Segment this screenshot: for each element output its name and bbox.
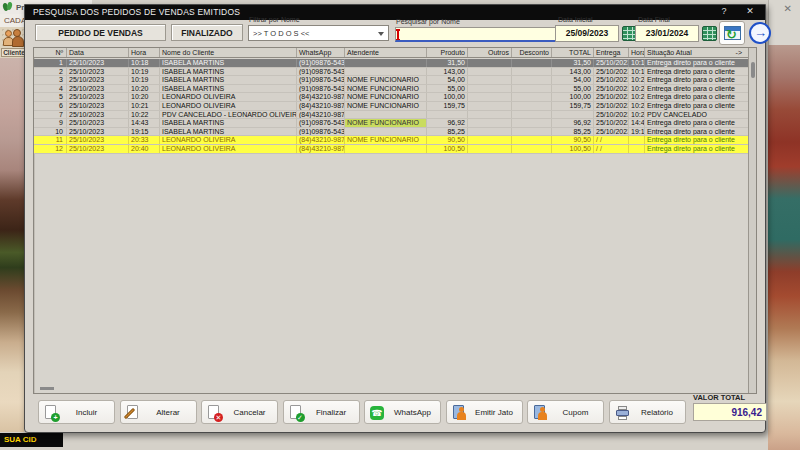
cell-atendente: NOME FUNCIONARIO [345,119,427,127]
filter-label: Filtrar por Nome [249,16,300,23]
document-finalize-icon: ✓ [289,405,304,421]
table-row[interactable]: 1225/10/202320:40LEONARDO OLIVEIRA(84)43… [34,145,749,154]
refresh-button[interactable]: ↻ [719,21,745,45]
column-header[interactable]: Entrega [594,48,629,57]
table-row[interactable]: 125/10/202310:18ISABELA MARTINS(91)09876… [34,59,749,68]
column-header[interactable]: TOTAL [552,48,594,57]
column-header[interactable]: WhatsApp [297,48,345,57]
table-row[interactable]: 525/10/202310:20LEONARDO OLIVEIRA(84)432… [34,93,749,102]
cell-data: 25/10/2023 [67,111,129,119]
table-row[interactable]: 225/10/202310:19ISABELA MARTINS(91)09876… [34,68,749,77]
cell-entrega: 25/10/2023 [594,111,629,119]
cell-whatsapp: (84)43210-9876 [297,111,345,119]
whatsapp-button[interactable]: ☎WhatsApp [364,400,441,424]
filter-name-dropdown[interactable]: >> T O D O S << [248,25,389,41]
search-input[interactable] [395,27,562,42]
cell-n: 10 [34,128,67,136]
cell-n: 6 [34,102,67,110]
cell-entrega: 25/10/2023 [594,85,629,93]
column-header[interactable]: Nº [34,48,67,57]
cell-total: 143,00 [552,68,594,76]
go-button[interactable]: → [749,22,771,44]
cell-cliente: ISABELA MARTINS [160,119,297,127]
parent-close-icon[interactable]: ✕ [784,3,792,14]
incluir-button[interactable]: +Incluir [38,400,115,424]
column-header[interactable]: Outros [468,48,512,57]
cell-whatsapp: (84)43210-9876 [297,102,345,110]
column-header[interactable]: Desconto [512,48,552,57]
cell-ehora: 10:20 [629,93,645,101]
cell-cliente: ISABELA MARTINS [160,68,297,76]
whatsapp-icon: ☎ [370,405,385,421]
grid-header[interactable]: NºDataHoraNome do ClienteWhatsAppAtenden… [34,48,749,58]
calendar-icon[interactable] [702,26,717,41]
cell-produto: 55,00 [427,85,468,93]
valor-total-value: 916,42 [693,403,767,421]
cell-outros [468,76,512,84]
cupom-button[interactable]: Cupom [527,400,604,424]
cell-n: 12 [34,145,67,153]
printer-icon [615,405,630,421]
cell-outros [468,85,512,93]
cell-outros [468,128,512,136]
column-header[interactable]: Nome do Cliente [160,48,297,57]
table-row[interactable]: 925/10/202314:43ISABELA MARTINS(91)09876… [34,119,749,128]
cell-entrega: 25/10/2023 [594,119,629,127]
clients-icon[interactable] [3,29,25,47]
cell-situacao: Entrega direto para o cliente [645,76,749,84]
vertical-scrollbar[interactable] [748,48,756,393]
date-end-field[interactable]: 23/01/2024 [635,25,699,42]
cell-data: 25/10/2023 [67,76,129,84]
cell-produto: 159,75 [427,102,468,110]
column-header[interactable]: Hora [629,48,645,57]
tab-pedido-de-vendas[interactable]: PEDIDO DE VENDAS [35,24,166,41]
cell-atendente [345,68,427,76]
table-row[interactable]: 1125/10/202320:33LEONARDO OLIVEIRA(84)43… [34,136,749,145]
column-header[interactable]: Hora [129,48,160,57]
relatório-button[interactable]: Relatório [609,400,686,424]
table-row[interactable]: 425/10/202310:20ISABELA MARTINS(91)09876… [34,85,749,94]
cell-cliente: ISABELA MARTINS [160,76,297,84]
table-row[interactable]: 625/10/202310:21LEONARDO OLIVEIRA(84)432… [34,102,749,111]
cell-whatsapp: (91)09876-5432 [297,128,345,136]
cell-ehora [629,145,645,153]
close-button[interactable]: ✕ [743,6,757,16]
cell-n: 9 [34,119,67,127]
cell-whatsapp: (91)09876-5432 [297,59,345,67]
horizontal-scrollbar[interactable] [40,387,54,390]
cell-data: 25/10/2023 [67,102,129,110]
column-header[interactable]: Data [67,48,129,57]
cell-desconto [512,59,552,67]
cell-atendente: NOME FUNCIONARIO [345,102,427,110]
finalizar-button[interactable]: ✓Finalizar [283,400,360,424]
cell-data: 25/10/2023 [67,93,129,101]
action-label: Cupom [550,401,601,423]
background-photo-right [768,45,800,450]
date-start-field[interactable]: 25/09/2023 [555,25,619,42]
table-row[interactable]: 325/10/202310:19ISABELA MARTINS(91)09876… [34,76,749,85]
emitir-jato-button[interactable]: Emitir Jato [446,400,523,424]
table-row[interactable]: 1025/10/202319:15ISABELA MARTINS(91)0987… [34,128,749,137]
cell-produto: 54,00 [427,76,468,84]
action-label: Cancelar [224,401,275,423]
cell-cliente: ISABELA MARTINS [160,59,297,67]
pesquisa-pedidos-dialog: PESQUISA DOS PEDIDOS DE VENDAS EMITIDOS … [24,4,766,433]
orders-grid: NºDataHoraNome do ClienteWhatsAppAtenden… [33,47,757,394]
cell-hora: 10:22 [129,111,160,119]
help-button[interactable]: ? [717,6,731,16]
cancelar-button[interactable]: ✕Cancelar [201,400,278,424]
column-header[interactable]: Situação Atual [645,48,749,57]
column-header[interactable]: Produto [427,48,468,57]
table-row[interactable]: 725/10/202310:22PDV CANCELADO - LEONARDO… [34,111,749,120]
scrollbar-thumb[interactable] [751,62,755,78]
alterar-button[interactable]: Alterar [120,400,197,424]
date-end-label: Data Final [638,16,670,23]
search-label: Pesquisar por Nome [396,18,460,25]
cell-outros [468,59,512,67]
filter-name-value: >> T O D O S << [253,29,309,38]
tab-finalizado[interactable]: FINALIZADO [171,24,243,41]
document-add-icon: + [44,405,59,421]
cell-situacao: Entrega direto para o cliente [645,68,749,76]
column-header[interactable]: Atendente [345,48,427,57]
cell-cliente: PDV CANCELADO - LEONARDO OLIVEIRA [160,111,297,119]
